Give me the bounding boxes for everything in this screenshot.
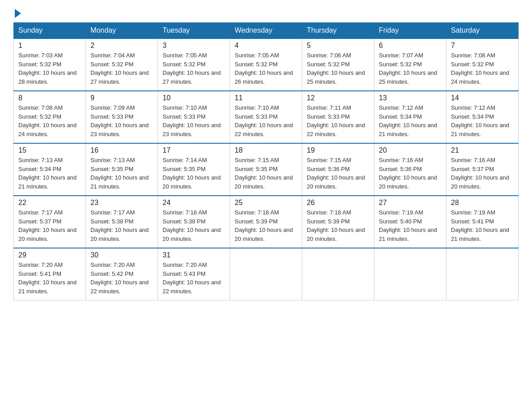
calendar-week-row: 29Sunrise: 7:20 AMSunset: 5:41 PMDayligh…: [14, 248, 519, 300]
day-info: Sunrise: 7:19 AMSunset: 5:41 PMDaylight:…: [451, 208, 514, 243]
day-number: 26: [307, 199, 369, 207]
calendar-day-cell: 2Sunrise: 7:04 AMSunset: 5:32 PMDaylight…: [86, 39, 158, 91]
day-info: Sunrise: 7:18 AMSunset: 5:39 PMDaylight:…: [307, 208, 369, 243]
day-number: 30: [90, 251, 153, 259]
day-info: Sunrise: 7:17 AMSunset: 5:37 PMDaylight:…: [18, 208, 81, 243]
logo: [13, 9, 85, 18]
day-number: 10: [163, 94, 225, 102]
calendar-day-cell: 4Sunrise: 7:05 AMSunset: 5:32 PMDaylight…: [230, 39, 302, 91]
day-info: Sunrise: 7:20 AMSunset: 5:43 PMDaylight:…: [163, 261, 225, 295]
day-info: Sunrise: 7:15 AMSunset: 5:36 PMDaylight:…: [307, 156, 369, 191]
calendar-day-cell: 12Sunrise: 7:11 AMSunset: 5:33 PMDayligh…: [302, 91, 374, 143]
calendar-empty-cell: [230, 248, 302, 300]
calendar-empty-cell: [302, 248, 374, 300]
day-number: 8: [18, 94, 81, 102]
calendar-day-cell: 27Sunrise: 7:19 AMSunset: 5:40 PMDayligh…: [374, 196, 446, 248]
calendar-empty-cell: [446, 248, 519, 300]
day-number: 7: [451, 42, 514, 50]
calendar-day-cell: 14Sunrise: 7:12 AMSunset: 5:34 PMDayligh…: [446, 91, 519, 143]
calendar-day-cell: 18Sunrise: 7:15 AMSunset: 5:35 PMDayligh…: [230, 143, 302, 196]
calendar-day-cell: 23Sunrise: 7:17 AMSunset: 5:38 PMDayligh…: [86, 196, 158, 248]
day-number: 6: [379, 42, 442, 50]
day-number: 3: [163, 42, 225, 50]
day-number: 25: [235, 199, 297, 207]
calendar-week-row: 1Sunrise: 7:03 AMSunset: 5:32 PMDaylight…: [14, 39, 519, 91]
day-info: Sunrise: 7:04 AMSunset: 5:32 PMDaylight:…: [90, 51, 153, 86]
day-info: Sunrise: 7:08 AMSunset: 5:32 PMDaylight:…: [451, 51, 514, 86]
day-info: Sunrise: 7:16 AMSunset: 5:37 PMDaylight:…: [451, 156, 514, 191]
day-number: 21: [451, 146, 514, 154]
day-info: Sunrise: 7:05 AMSunset: 5:32 PMDaylight:…: [163, 51, 225, 86]
calendar-day-cell: 11Sunrise: 7:10 AMSunset: 5:33 PMDayligh…: [230, 91, 302, 143]
day-number: 14: [451, 94, 514, 102]
day-number: 13: [379, 94, 442, 102]
calendar-table: SundayMondayTuesdayWednesdayThursdayFrid…: [13, 22, 519, 300]
calendar-day-cell: 13Sunrise: 7:12 AMSunset: 5:34 PMDayligh…: [374, 91, 446, 143]
calendar-day-cell: 1Sunrise: 7:03 AMSunset: 5:32 PMDaylight…: [14, 39, 86, 91]
day-number: 22: [18, 199, 81, 207]
day-info: Sunrise: 7:20 AMSunset: 5:42 PMDaylight:…: [90, 261, 153, 295]
day-number: 24: [163, 199, 225, 207]
day-info: Sunrise: 7:06 AMSunset: 5:32 PMDaylight:…: [307, 51, 369, 86]
day-info: Sunrise: 7:13 AMSunset: 5:34 PMDaylight:…: [18, 156, 81, 191]
page-header: [13, 9, 519, 18]
calendar-day-cell: 3Sunrise: 7:05 AMSunset: 5:32 PMDaylight…: [158, 39, 230, 91]
calendar-week-row: 8Sunrise: 7:08 AMSunset: 5:32 PMDaylight…: [14, 91, 519, 143]
calendar-day-cell: 29Sunrise: 7:20 AMSunset: 5:41 PMDayligh…: [14, 248, 86, 300]
day-number: 9: [90, 94, 153, 102]
day-info: Sunrise: 7:18 AMSunset: 5:38 PMDaylight:…: [163, 208, 225, 243]
day-info: Sunrise: 7:05 AMSunset: 5:32 PMDaylight:…: [235, 51, 297, 86]
day-number: 28: [451, 199, 514, 207]
day-number: 20: [379, 146, 442, 154]
day-info: Sunrise: 7:09 AMSunset: 5:33 PMDaylight:…: [90, 103, 153, 138]
day-info: Sunrise: 7:10 AMSunset: 5:33 PMDaylight:…: [163, 103, 225, 138]
day-info: Sunrise: 7:14 AMSunset: 5:35 PMDaylight:…: [163, 156, 225, 191]
calendar-day-cell: 10Sunrise: 7:10 AMSunset: 5:33 PMDayligh…: [158, 91, 230, 143]
calendar-empty-cell: [374, 248, 446, 300]
calendar-week-row: 22Sunrise: 7:17 AMSunset: 5:37 PMDayligh…: [14, 196, 519, 248]
day-number: 4: [235, 42, 297, 50]
calendar-day-cell: 19Sunrise: 7:15 AMSunset: 5:36 PMDayligh…: [302, 143, 374, 196]
calendar-day-cell: 30Sunrise: 7:20 AMSunset: 5:42 PMDayligh…: [86, 248, 158, 300]
day-info: Sunrise: 7:16 AMSunset: 5:36 PMDaylight:…: [379, 156, 442, 191]
day-number: 18: [235, 146, 297, 154]
day-number: 31: [163, 251, 225, 259]
day-number: 16: [90, 146, 153, 154]
calendar-day-cell: 7Sunrise: 7:08 AMSunset: 5:32 PMDaylight…: [446, 39, 519, 91]
day-number: 2: [90, 42, 153, 50]
calendar-day-cell: 31Sunrise: 7:20 AMSunset: 5:43 PMDayligh…: [158, 248, 230, 300]
calendar-day-cell: 21Sunrise: 7:16 AMSunset: 5:37 PMDayligh…: [446, 143, 519, 196]
day-info: Sunrise: 7:10 AMSunset: 5:33 PMDaylight:…: [235, 103, 297, 138]
calendar-day-cell: 28Sunrise: 7:19 AMSunset: 5:41 PMDayligh…: [446, 196, 519, 248]
calendar-day-cell: 6Sunrise: 7:07 AMSunset: 5:32 PMDaylight…: [374, 39, 446, 91]
day-number: 11: [235, 94, 297, 102]
day-info: Sunrise: 7:19 AMSunset: 5:40 PMDaylight:…: [379, 208, 442, 243]
weekday-header-monday: Monday: [86, 23, 158, 39]
day-info: Sunrise: 7:07 AMSunset: 5:32 PMDaylight:…: [379, 51, 442, 86]
day-number: 23: [90, 199, 153, 207]
calendar-day-cell: 26Sunrise: 7:18 AMSunset: 5:39 PMDayligh…: [302, 196, 374, 248]
calendar-day-cell: 24Sunrise: 7:18 AMSunset: 5:38 PMDayligh…: [158, 196, 230, 248]
calendar-day-cell: 17Sunrise: 7:14 AMSunset: 5:35 PMDayligh…: [158, 143, 230, 196]
day-info: Sunrise: 7:20 AMSunset: 5:41 PMDaylight:…: [18, 261, 81, 295]
day-info: Sunrise: 7:12 AMSunset: 5:34 PMDaylight:…: [379, 103, 442, 138]
day-info: Sunrise: 7:13 AMSunset: 5:35 PMDaylight:…: [90, 156, 153, 191]
calendar-day-cell: 20Sunrise: 7:16 AMSunset: 5:36 PMDayligh…: [374, 143, 446, 196]
day-info: Sunrise: 7:15 AMSunset: 5:35 PMDaylight:…: [235, 156, 297, 191]
day-info: Sunrise: 7:08 AMSunset: 5:32 PMDaylight:…: [18, 103, 81, 138]
calendar-day-cell: 16Sunrise: 7:13 AMSunset: 5:35 PMDayligh…: [86, 143, 158, 196]
day-info: Sunrise: 7:11 AMSunset: 5:33 PMDaylight:…: [307, 103, 369, 138]
day-number: 15: [18, 146, 81, 154]
calendar-day-cell: 9Sunrise: 7:09 AMSunset: 5:33 PMDaylight…: [86, 91, 158, 143]
weekday-header-row: SundayMondayTuesdayWednesdayThursdayFrid…: [14, 23, 519, 39]
weekday-header-thursday: Thursday: [302, 23, 374, 39]
weekday-header-sunday: Sunday: [14, 23, 86, 39]
day-number: 27: [379, 199, 442, 207]
day-number: 1: [18, 42, 81, 50]
calendar-day-cell: 22Sunrise: 7:17 AMSunset: 5:37 PMDayligh…: [14, 196, 86, 248]
weekday-header-wednesday: Wednesday: [230, 23, 302, 39]
weekday-header-saturday: Saturday: [446, 23, 519, 39]
day-info: Sunrise: 7:17 AMSunset: 5:38 PMDaylight:…: [90, 208, 153, 243]
calendar-day-cell: 5Sunrise: 7:06 AMSunset: 5:32 PMDaylight…: [302, 39, 374, 91]
day-number: 5: [307, 42, 369, 50]
